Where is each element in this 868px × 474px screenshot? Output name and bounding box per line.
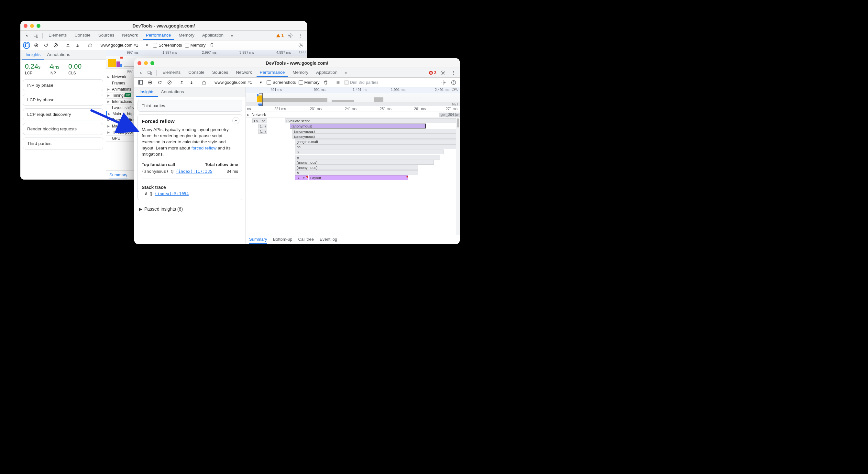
- flame-bar[interactable]: ha: [295, 144, 457, 149]
- settings-icon[interactable]: [439, 69, 447, 77]
- warning-badge[interactable]: 1: [276, 33, 284, 38]
- settings-icon[interactable]: [286, 32, 294, 39]
- flame-bar[interactable]: A: [295, 170, 418, 175]
- sidebar-tab-annotations[interactable]: Annotations: [44, 50, 73, 60]
- tab-network[interactable]: Network: [232, 68, 255, 77]
- footer-tab-bottom-up[interactable]: Bottom-up: [273, 235, 292, 244]
- tab-application[interactable]: Application: [199, 31, 227, 40]
- zoom-icon[interactable]: [150, 61, 154, 65]
- tab-sources[interactable]: Sources: [209, 68, 231, 77]
- footer-tab-summary[interactable]: Summary: [249, 235, 267, 244]
- detail-ruler[interactable]: ns 221 ms 231 ms 241 ms 251 ms 261 ms 27…: [246, 106, 460, 112]
- recording-selector[interactable]: www.google.com #1 ▾: [99, 42, 150, 48]
- footer-tab-event-log[interactable]: Event log: [320, 235, 337, 244]
- tab-application[interactable]: Application: [313, 68, 341, 77]
- home-icon[interactable]: [200, 79, 207, 86]
- screenshots-checkbox[interactable]: Screenshots: [267, 80, 296, 85]
- tab-console[interactable]: Console: [71, 31, 94, 40]
- sidebar-tab-insights[interactable]: Insights: [136, 87, 158, 97]
- device-toggle-icon[interactable]: [32, 32, 40, 39]
- insight-card-lcp-discovery[interactable]: LCP request discovery: [23, 108, 103, 120]
- flame-bar[interactable]: (…): [258, 124, 267, 128]
- flame-bar[interactable]: (…): [258, 129, 267, 134]
- kebab-icon[interactable]: ⋮: [297, 32, 304, 39]
- more-tabs-icon[interactable]: »: [228, 32, 236, 39]
- upload-icon[interactable]: [64, 42, 71, 49]
- flame-bar[interactable]: (anonymous): [295, 165, 418, 170]
- tab-elements[interactable]: Elements: [159, 68, 184, 77]
- upload-icon[interactable]: [178, 79, 185, 86]
- recording-selector[interactable]: www.google.com #1 ▾: [213, 79, 264, 86]
- tab-performance[interactable]: Performance: [256, 68, 288, 77]
- tab-memory[interactable]: Memory: [175, 31, 198, 40]
- tab-console[interactable]: Console: [185, 68, 208, 77]
- clear-icon[interactable]: [52, 42, 59, 49]
- flame-chart[interactable]: Ev…pt (…) (…) Evaluate script (anonymous…: [246, 118, 460, 235]
- network-bar[interactable]: gen_204 (w: [439, 113, 460, 117]
- tab-performance[interactable]: Performance: [143, 31, 174, 40]
- memory-checkbox[interactable]: Memory: [299, 80, 320, 85]
- shortcuts-icon[interactable]: [335, 79, 342, 86]
- inspect-icon[interactable]: [137, 69, 145, 77]
- help-icon[interactable]: ?: [450, 79, 457, 86]
- sidebar-tab-insights[interactable]: Insights: [22, 50, 44, 60]
- insight-card-render-blocking[interactable]: Render blocking requests: [23, 123, 103, 135]
- screenshots-checkbox[interactable]: Screenshots: [153, 43, 182, 48]
- clear-icon[interactable]: [166, 79, 173, 86]
- more-tabs-icon[interactable]: »: [342, 69, 350, 77]
- error-badge[interactable]: 2: [429, 70, 436, 75]
- flame-bar-layout[interactable]: Layout: [309, 176, 408, 180]
- sidebar-tab-annotations[interactable]: Annotations: [158, 87, 187, 97]
- record-icon[interactable]: [147, 79, 154, 86]
- flame-bar-recalc[interactable]: R…e: [295, 176, 308, 180]
- reload-icon[interactable]: [42, 42, 50, 49]
- dim-3rd-parties-checkbox[interactable]: Dim 3rd parties: [344, 80, 378, 85]
- flame-bar-selected[interactable]: (anonymous): [290, 124, 426, 128]
- minimize-icon[interactable]: [30, 24, 34, 28]
- source-link[interactable]: (index):5:1054: [155, 191, 189, 196]
- tab-elements[interactable]: Elements: [45, 31, 70, 40]
- passed-insights-toggle[interactable]: ▶ Passed insights (6): [137, 203, 242, 215]
- flame-bar[interactable]: (anonymous): [295, 160, 434, 165]
- footer-tab-call-tree[interactable]: Call tree: [298, 235, 314, 244]
- tab-network[interactable]: Network: [119, 31, 142, 40]
- zoom-icon[interactable]: [36, 24, 40, 28]
- source-link[interactable]: (index):117:335: [176, 169, 212, 174]
- toggle-sidebar-icon[interactable]: [137, 79, 144, 86]
- collapse-icon[interactable]: [232, 117, 239, 124]
- minimap-ruler[interactable]: 491 ms 991 ms 1,491 ms 1,991 ms 2,491 ms…: [246, 87, 460, 93]
- panel-settings-icon[interactable]: [440, 79, 447, 86]
- download-icon[interactable]: [74, 42, 81, 49]
- track-network[interactable]: ▶Network gen_204 (w: [246, 112, 460, 118]
- minimize-icon[interactable]: [144, 61, 148, 65]
- close-icon[interactable]: [24, 24, 28, 28]
- home-icon[interactable]: [86, 42, 93, 49]
- flame-bar[interactable]: (anonymous): [292, 134, 457, 139]
- device-toggle-icon[interactable]: [146, 69, 154, 77]
- flame-bar[interactable]: Evaluate script: [285, 119, 457, 123]
- flame-bar[interactable]: (anonymous): [292, 129, 457, 134]
- close-icon[interactable]: [137, 61, 142, 65]
- metric-cls[interactable]: 0.00 CLS: [68, 62, 82, 75]
- metric-inp[interactable]: 4ms INP: [50, 62, 59, 75]
- flame-bar[interactable]: S: [295, 150, 443, 154]
- insight-card-third-parties[interactable]: Third parties: [23, 137, 103, 150]
- panel-settings-icon[interactable]: [297, 42, 304, 49]
- record-icon[interactable]: [33, 42, 40, 49]
- insight-card-lcp-by-phase[interactable]: LCP by phase: [23, 94, 103, 106]
- toggle-sidebar-icon[interactable]: [23, 42, 30, 49]
- trash-icon[interactable]: [322, 79, 329, 86]
- titlebar[interactable]: DevTools - www.google.com/: [134, 58, 460, 68]
- tab-sources[interactable]: Sources: [95, 31, 118, 40]
- kebab-icon[interactable]: ⋮: [450, 69, 457, 77]
- tab-memory[interactable]: Memory: [289, 68, 312, 77]
- flame-bar[interactable]: E: [295, 155, 440, 159]
- metric-lcp[interactable]: 0.24s LCP: [25, 62, 40, 75]
- scrollbar[interactable]: [456, 118, 460, 235]
- cpu-minimap[interactable]: NET: [246, 93, 460, 106]
- insight-card-third-parties[interactable]: Third parties: [137, 100, 242, 112]
- trash-icon[interactable]: [208, 42, 215, 49]
- flame-bar[interactable]: Ev…pt: [252, 119, 267, 123]
- footer-tab-summary[interactable]: Summary: [110, 171, 127, 179]
- learn-more-link[interactable]: forced reflow: [191, 146, 216, 151]
